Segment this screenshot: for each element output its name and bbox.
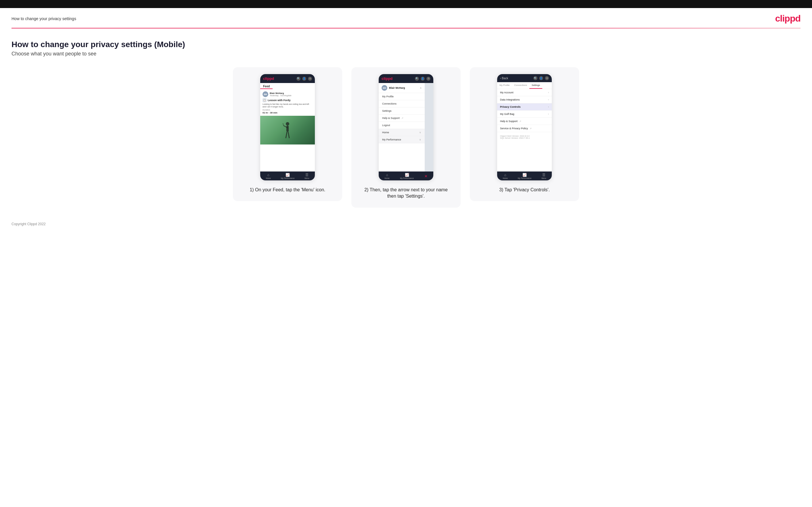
main-content: How to change your privacy settings (Mob… [0,29,812,213]
settings-version: Clippd Client Version: 2022.8.3-3GQL Ser… [497,132,552,140]
menu-username: Blair McHarg [389,87,405,89]
post-duration-label: Duration [262,109,312,111]
phone-2-content: BM Blair McHarg ∧ My Profile Connections [379,83,433,171]
nav-performance-label-3: My Performance [518,177,531,179]
chevron-right-icon-3: › [548,105,549,108]
phone-3-bottomnav: ⌂ Home 📈 My Performance ☰ Menu [497,171,552,180]
footer: Copyright Clippd 2022 [0,213,812,232]
user-icon-3: 👤 [539,76,543,80]
menu-icon: ☰ [305,173,308,177]
phone-1-icons: 🔍 👤 ⚙ [297,77,312,81]
back-label: ‹ Back [500,77,508,80]
performance-icon-3: 📈 [522,173,527,177]
nav-performance-3: 📈 My Performance [518,173,531,179]
close-icon: ✕ [424,174,427,178]
settings-row-myaccount: My Account › [497,89,552,96]
svg-rect-1 [287,125,289,132]
search-icon: 🔍 [415,77,419,81]
phone-2-logo: clippd [382,76,393,81]
nav-performance-label: My Performance [281,177,295,179]
post-duration-val: 01 hr : 30 min [262,111,312,114]
tab-myprofile: My Profile [497,82,512,89]
menu-avatar: BM [382,85,387,91]
nav-home-2: ⌂ Home [385,173,389,179]
svg-point-0 [286,122,289,125]
nav-home-label-2: Home [385,177,389,179]
phone-1-bottomnav: ⌂ Home 📈 My Performance ☰ Menu [260,171,315,180]
search-icon: 🔍 [297,77,301,81]
settings-icon: ⚙ [308,77,312,81]
menu-panel: BM Blair McHarg ∧ My Profile Connections [379,83,425,171]
chevron-down-icon-2: ∨ [419,138,421,141]
phone-1-topbar: clippd 🔍 👤 ⚙ [260,74,315,83]
performance-icon: 📈 [286,173,290,177]
post-user: BM Blair McHarg Yesterday · Sunningdale [262,91,312,97]
settings-row-serviceprivacy: Service & Privacy Policy ↗ [497,125,552,132]
menu-item-connections: Connections [379,100,425,107]
menu-section-home: Home ∨ [379,129,425,136]
nav-home-3: ⌂ Home [503,173,507,179]
phone-1-logo: clippd [263,76,274,81]
settings-row-mygolfbag: My Golf Bag › [497,111,552,118]
top-bar [0,0,812,8]
home-icon-2: ⌂ [386,173,388,177]
nav-performance: 📈 My Performance [281,173,295,179]
nav-performance-2: 📈 My Performance [400,173,414,179]
nav-menu: ☰ Menu [305,173,309,179]
post-username: Blair McHarg [270,92,292,95]
steps-container: clippd 🔍 👤 ⚙ Feed BM Blair McHarg [11,67,801,208]
menu-user-row: BM Blair McHarg ∧ [379,83,425,93]
svg-line-4 [286,132,287,138]
nav-menu-label: Menu [305,177,309,179]
phone-1-content: Feed BM Blair McHarg Yesterday · Sunning… [260,83,315,171]
post-desc: Looking to feel like my hands are exitin… [262,103,312,108]
phone-2-topbar: clippd 🔍 👤 ⚙ [379,74,433,83]
chevron-right-icon-4: › [548,113,549,115]
nav-home: ⌂ Home [266,173,270,179]
phone-2-icons: 🔍 👤 ⚙ [415,77,430,81]
nav-home-label-3: Home [503,177,507,179]
settings-row-privacycontrols: Privacy Controls › [497,103,552,111]
tab-settings: Settings [529,82,542,89]
step-1-caption: 1) On your Feed, tap the 'Menu' icon. [250,187,325,193]
menu-item-settings: Settings [379,107,425,115]
avatar: BM [262,91,268,97]
feed-tab: Feed [260,83,272,89]
phone-3-icons: 🔍 👤 ⚙ [534,76,549,80]
home-icon-3: ⌂ [504,173,506,177]
nav-menu-3: ☰ Menu [542,173,546,179]
nav-home-label: Home [266,177,270,179]
page-subheading: Choose what you want people to see [11,51,801,57]
nav-menu-label-3: Menu [542,177,546,179]
post-card: BM Blair McHarg Yesterday · Sunningdale … [260,90,315,116]
copyright: Copyright Clippd 2022 [11,222,46,226]
step-3-caption: 3) Tap 'Privacy Controls'. [499,187,550,193]
post-meta: Yesterday · Sunningdale [270,95,292,97]
chevron-right-icon-2: › [548,98,549,101]
chevron-right-icon: › [548,91,549,94]
menu-item-myprofile: My Profile [379,93,425,100]
phone-3-topbar: ‹ Back 🔍 👤 ⚙ [497,74,552,82]
chevron-up-icon: ∧ [420,87,422,89]
header: How to change your privacy settings clip… [0,8,812,28]
phone-3-content: My Account › Data Integrations › Privacy… [497,89,552,171]
svg-line-5 [288,132,289,138]
step-3-phone: ‹ Back 🔍 👤 ⚙ My Profile Connections Sett… [497,74,552,180]
user-icon: 👤 [302,77,306,81]
golf-image [260,116,315,145]
chevron-down-icon: ∨ [419,131,421,134]
lesson-icon: 📋 [262,98,266,102]
menu-item-logout: Logout [379,122,425,129]
breadcrumb: How to change your privacy settings [11,16,76,21]
ext-icon-service: ↗ [529,127,531,130]
settings-tabs: My Profile Connections Settings [497,82,552,89]
menu-item-helpsupport: Help & Support ↗ [379,115,425,122]
step-1-card: clippd 🔍 👤 ⚙ Feed BM Blair McHarg [233,67,342,201]
phone-2-bottomnav: ⌂ Home 📈 My Performance ✕ [379,171,433,180]
step-1-phone: clippd 🔍 👤 ⚙ Feed BM Blair McHarg [260,74,315,180]
menu-section-performance: My Performance ∨ [379,136,425,143]
logo: clippd [775,13,801,24]
user-icon: 👤 [421,77,425,81]
step-2-card: clippd 🔍 👤 ⚙ [351,67,461,208]
tab-connections: Connections [512,82,529,89]
